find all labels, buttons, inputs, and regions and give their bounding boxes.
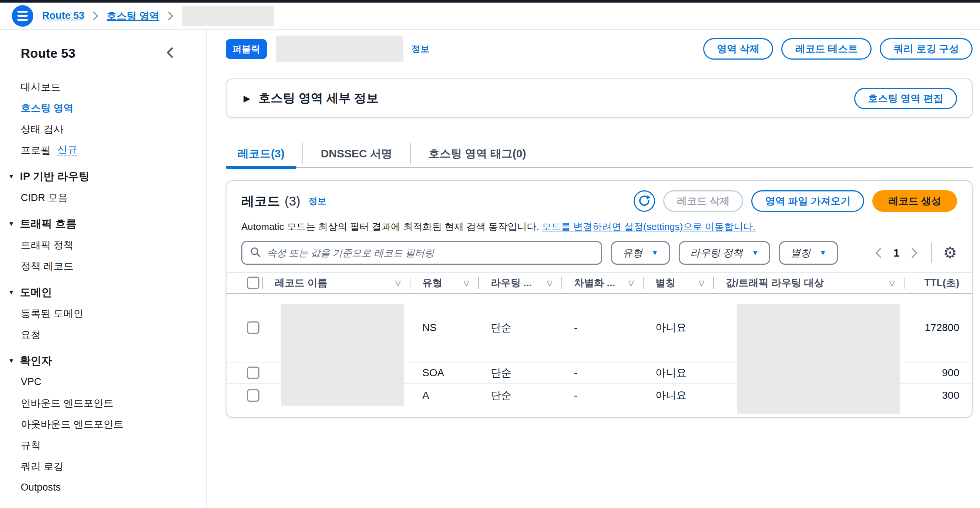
triangle-down-icon[interactable]: ▼ bbox=[8, 289, 14, 296]
record-type-cell: NS bbox=[410, 294, 478, 362]
record-differentiator-cell: - bbox=[562, 384, 643, 407]
sidebar-item-inbound-endpoints[interactable]: 인바운드 엔드포인트 bbox=[0, 392, 207, 414]
sort-icon[interactable]: ▽ bbox=[699, 279, 704, 287]
record-type-cell: SOA bbox=[410, 363, 478, 383]
triangle-down-icon[interactable]: ▼ bbox=[8, 357, 14, 365]
sidebar-item-rules[interactable]: 규칙 bbox=[0, 435, 207, 456]
delete-zone-button[interactable]: 영역 삭제 bbox=[703, 38, 773, 60]
triangle-down-icon: ▼ bbox=[819, 249, 826, 257]
record-filter-search[interactable] bbox=[241, 241, 602, 265]
sidebar-item-registered-domains[interactable]: 등록된 도메인 bbox=[0, 303, 207, 324]
next-page-icon[interactable] bbox=[910, 247, 919, 259]
record-routing-cell: 단순 bbox=[478, 294, 562, 362]
settings-link[interactable]: 모드를 변경하려면 설정(settings)으로 이동합니다. bbox=[542, 221, 756, 232]
breadcrumb-route53-link[interactable]: Route 53 bbox=[42, 10, 84, 21]
sidebar-item-outposts[interactable]: Outposts bbox=[0, 477, 207, 498]
record-values-redacted bbox=[737, 304, 900, 414]
filter-mode-text: Automatic 모드는 최상의 필터 결과에 최적화된 현재 검색 동작입니… bbox=[241, 220, 957, 234]
breadcrumb-hosted-zones-link[interactable]: 호스팅 영역 bbox=[107, 9, 159, 22]
column-header-routing[interactable]: 라우팅 ...▽ bbox=[478, 273, 562, 293]
sidebar-item-query-logging[interactable]: 쿼리 로깅 bbox=[0, 456, 207, 477]
alias-filter-dropdown[interactable]: 별칭▼ bbox=[779, 241, 838, 265]
record-differentiator-cell: - bbox=[562, 363, 643, 383]
row-checkbox[interactable] bbox=[247, 322, 259, 334]
type-filter-dropdown[interactable]: 유형▼ bbox=[611, 241, 670, 265]
top-navigation-bar: Route 53 호스팅 영역 bbox=[0, 3, 980, 30]
triangle-down-icon[interactable]: ▼ bbox=[8, 173, 14, 180]
sidebar-item-traffic-policies[interactable]: 트래픽 정책 bbox=[0, 234, 207, 255]
import-zone-file-button[interactable]: 영역 파일 가져오기 bbox=[751, 190, 864, 212]
column-header-alias[interactable]: 별칭▽ bbox=[643, 273, 713, 293]
tab-hosted-zone-tags[interactable]: 호스팅 영역 태그(0) bbox=[417, 140, 538, 167]
hamburger-menu-icon[interactable] bbox=[12, 5, 33, 27]
create-record-button[interactable]: 레코드 생성 bbox=[872, 190, 957, 212]
current-page-number[interactable]: 1 bbox=[893, 247, 900, 259]
info-link[interactable]: 정보 bbox=[412, 43, 429, 55]
delete-record-button[interactable]: 레코드 삭제 bbox=[663, 190, 743, 212]
select-all-checkbox-cell bbox=[226, 273, 262, 293]
triangle-down-icon[interactable]: ▼ bbox=[8, 220, 14, 228]
column-header-differentiator[interactable]: 차별화 ...▽ bbox=[562, 273, 643, 293]
sidebar-section-domains: ▼도메인 bbox=[0, 282, 207, 303]
column-header-value[interactable]: 값/트래픽 라우팅 대상▽ bbox=[713, 273, 904, 293]
search-icon bbox=[250, 247, 261, 259]
edit-hosted-zone-button[interactable]: 호스팅 영역 편집 bbox=[854, 88, 957, 109]
window-top-strip bbox=[0, 0, 980, 3]
public-badge: 퍼블릭 bbox=[226, 39, 267, 59]
gear-icon[interactable]: ⚙ bbox=[943, 245, 957, 261]
row-checkbox[interactable] bbox=[247, 366, 259, 379]
sidebar-item-hosted-zones[interactable]: 호스팅 영역 bbox=[0, 97, 207, 118]
column-header-ttl[interactable]: TTL(초) bbox=[904, 273, 973, 293]
sidebar-item-profiles[interactable]: 프로필신규 bbox=[0, 140, 207, 161]
record-differentiator-cell: - bbox=[562, 294, 643, 362]
triangle-down-icon: ▼ bbox=[752, 249, 759, 257]
sort-icon[interactable]: ▽ bbox=[628, 279, 634, 287]
column-header-record-name[interactable]: 레코드 이름▽ bbox=[262, 273, 410, 293]
sidebar-item-cidr-collections[interactable]: CIDR 모음 bbox=[0, 187, 207, 208]
sidebar-section-resolver: ▼확인자 bbox=[0, 350, 207, 371]
sort-icon[interactable]: ▽ bbox=[547, 279, 552, 287]
refresh-icon bbox=[638, 194, 651, 208]
sort-icon[interactable]: ▽ bbox=[395, 279, 401, 287]
new-badge: 신규 bbox=[57, 144, 77, 156]
records-card: 레코드 (3) 정보 레코드 삭제 영역 파일 가져오기 레코드 생성 Auto… bbox=[226, 180, 973, 418]
routing-policy-filter-dropdown[interactable]: 라우팅 정책▼ bbox=[679, 241, 770, 265]
chevron-right-icon bbox=[168, 11, 173, 21]
test-record-button[interactable]: 레코드 테스트 bbox=[781, 38, 872, 60]
sidebar-collapse-icon[interactable] bbox=[165, 46, 174, 61]
hosted-zone-details-panel: ▶ 호스팅 영역 세부 정보 호스팅 영역 편집 bbox=[226, 78, 973, 118]
sidebar-section-traffic-flow: ▼트래픽 흐름 bbox=[0, 213, 207, 234]
record-names-redacted bbox=[281, 304, 404, 406]
page-header: 퍼블릭 정보 영역 삭제 레코드 테스트 쿼리 로깅 구성 bbox=[226, 35, 973, 62]
records-card-header: 레코드 (3) 정보 레코드 삭제 영역 파일 가져오기 레코드 생성 bbox=[241, 190, 957, 212]
sidebar-item-outbound-endpoints[interactable]: 아웃바운드 엔드포인트 bbox=[0, 414, 207, 435]
pagination: 1 ⚙ bbox=[874, 242, 957, 263]
triangle-right-icon[interactable]: ▶ bbox=[243, 93, 250, 104]
row-checkbox[interactable] bbox=[247, 389, 259, 402]
info-link[interactable]: 정보 bbox=[309, 195, 326, 207]
record-filter-input[interactable] bbox=[267, 247, 593, 259]
hosted-zone-details-toggle[interactable]: ▶ 호스팅 영역 세부 정보 bbox=[243, 90, 379, 107]
refresh-button[interactable] bbox=[633, 190, 655, 212]
record-type-cell: A bbox=[410, 384, 478, 407]
sidebar-item-policy-records[interactable]: 정책 레코드 bbox=[0, 255, 207, 277]
sidebar-item-vpc[interactable]: VPC bbox=[0, 371, 207, 392]
sidebar-item-requests[interactable]: 요청 bbox=[0, 324, 207, 345]
sidebar-item-health-checks[interactable]: 상태 검사 bbox=[0, 118, 207, 140]
record-alias-cell: 아니요 bbox=[643, 363, 713, 383]
chevron-right-icon bbox=[92, 11, 99, 21]
tab-divider bbox=[302, 143, 303, 164]
zone-name-redacted bbox=[276, 35, 403, 62]
sort-icon[interactable]: ▽ bbox=[889, 279, 895, 287]
sort-icon[interactable]: ▽ bbox=[464, 279, 469, 287]
column-header-type[interactable]: 유형▽ bbox=[410, 273, 478, 293]
record-routing-cell: 단순 bbox=[478, 363, 562, 383]
tab-dnssec-signing[interactable]: DNSSEC 서명 bbox=[309, 140, 404, 167]
route53-console: Route 53 호스팅 영역 Route 53 대시보드 호스팅 영역 상태 … bbox=[0, 0, 980, 508]
previous-page-icon[interactable] bbox=[874, 247, 882, 259]
tab-records[interactable]: 레코드(3) bbox=[226, 140, 296, 167]
select-all-checkbox[interactable] bbox=[247, 277, 259, 289]
sidebar-item-dashboard[interactable]: 대시보드 bbox=[0, 76, 207, 97]
configure-query-logging-button[interactable]: 쿼리 로깅 구성 bbox=[880, 38, 973, 60]
records-count: (3) bbox=[285, 194, 301, 209]
